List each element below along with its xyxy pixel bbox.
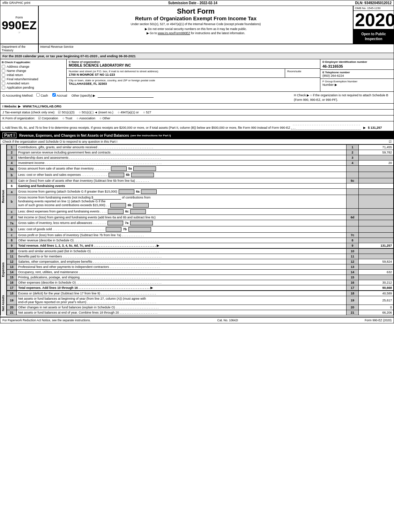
website-value: WWW.TALLYMOLAB.ORG: [23, 105, 61, 108]
cash-label: Cash: [41, 94, 48, 97]
form-org-assoc: ○ Association: [77, 117, 95, 120]
phone-value: (850) 264-6224: [322, 74, 392, 77]
final-return-checkbox[interactable]: [2, 77, 5, 81]
revenue-side-label: Revenue: [0, 144, 7, 248]
return-title: Return of Organization Exempt From Incom…: [42, 15, 350, 21]
form-number: 990EZ: [2, 19, 37, 31]
org-name-value: MOBILE SCIENCE LABORATORY INC: [69, 63, 318, 67]
ein-label: D Employer identification number: [322, 60, 392, 63]
application-pending-label: Application pending: [7, 86, 34, 89]
efile-label: efile GRAPHIC print: [2, 1, 30, 5]
address-change-label: Address change: [7, 65, 29, 68]
part1-header: Part I: [2, 133, 16, 138]
tax-status-label: J Tax-exempt status (check only one):: [2, 111, 55, 114]
omb-number: OMB No. 1545-1150: [355, 7, 380, 10]
footer-left: For Paperwork Reduction Act Notice, see …: [2, 319, 91, 322]
part1-check-note: Check if the organization used Schedule …: [2, 140, 117, 143]
submission-date: Submission Date - 2022-02-14: [168, 1, 217, 5]
website-label: I Website: ▶: [2, 105, 21, 108]
irs-note: ▶ Go to www.irs.gov/Form990EZ for instru…: [147, 31, 245, 35]
department-label: Department of the Treasury: [2, 45, 25, 52]
subtitle-text: Under section 501(c), 527, or 4947(a)(1)…: [42, 22, 350, 26]
ein-value: 46-3116535: [322, 64, 392, 68]
footer-cat: Cat. No. 10642I: [217, 319, 238, 322]
tax-year-line: For the 2020 calendar year, or tax year …: [2, 54, 136, 58]
gross-receipts-label: L Add lines 5b, 6c, and 7b to line 9 to …: [2, 126, 290, 129]
amended-return-label: Amended return: [7, 82, 29, 85]
irs-link: www.irs.gov/Form990EZ: [158, 31, 190, 35]
final-return-label: Final return/terminated: [7, 77, 38, 81]
accrual-label: Accrual: [57, 94, 67, 97]
name-change-checkbox[interactable]: [2, 69, 5, 73]
part1-subtitle: (see the instructions for Part I): [131, 134, 171, 137]
application-pending-checkbox[interactable]: [2, 86, 5, 89]
schedule-o-checkbox: ☑: [389, 140, 392, 143]
form-org-other: ○ Other: [100, 117, 110, 120]
initial-return-checkbox[interactable]: [2, 73, 5, 77]
tax-status-527: ○ 527: [143, 111, 151, 114]
other-label: Other (specify) ▶: [72, 94, 96, 97]
tax-status-501c: ○ 501(c)( ) ◄ (insert no.): [79, 111, 113, 114]
cash-checkbox[interactable]: [36, 93, 40, 97]
h-check-label: H Check ▶: [294, 93, 309, 97]
year-badge: 2020: [354, 11, 394, 30]
org-name-label: C Name of organization: [69, 60, 318, 63]
form-org-label: K Form of organization:: [2, 117, 35, 120]
dln-number: DLN: 93492045012012: [355, 1, 392, 5]
group-exempt-arrow: ▶: [335, 83, 337, 87]
form-org-corp: ☑ Corporation: [38, 117, 58, 120]
city-value: TALLAHASSEE, FL 32303: [69, 82, 318, 85]
name-change-label: Name change: [7, 69, 26, 73]
form-org-trust: ○ Trust: [62, 117, 72, 120]
city-label: City or town, state or province, country…: [69, 79, 318, 82]
part1-title: Revenue, Expenses, and Changes in Net As…: [19, 134, 129, 137]
room-suite-label: Room/suite: [287, 70, 318, 73]
net-assets-side-label: Net Assets: [0, 291, 7, 315]
public-note: ▶ Do not enter social security numbers o…: [145, 27, 247, 31]
internal-revenue-label: Internal Revenue Service: [40, 45, 73, 48]
short-form-title: Short Form: [42, 7, 350, 15]
open-to-public: Open to Public Inspection: [354, 30, 394, 44]
tax-status-501c3: ☑ 501(c)(3): [58, 111, 74, 114]
expenses-side-label: Expenses: [0, 248, 7, 291]
address-value: 1700 N MONROE ST NO 11-223: [69, 73, 283, 76]
gross-receipts-value: $ 131,257: [368, 126, 382, 129]
accounting-method-label: G Accounting Method:: [2, 94, 34, 97]
group-exempt-label: F Group Exemption Number: [322, 80, 392, 83]
address-change-checkbox[interactable]: [2, 65, 5, 68]
amended-return-checkbox[interactable]: [2, 82, 5, 85]
footer-right: Form 990-EZ (2020): [365, 319, 392, 322]
tax-status-4947: ○ 4947(a)(1) or: [118, 111, 139, 114]
accrual-checkbox[interactable]: [52, 93, 56, 97]
form-sub: ☞: [18, 31, 21, 34]
address-label: Number and street (or P.O. box, if mail …: [69, 70, 283, 73]
initial-return-label: Initial return: [7, 73, 23, 77]
phone-label: E Telephone number: [322, 71, 392, 74]
check-if-applicable-label: B Check if applicable:: [2, 61, 65, 64]
